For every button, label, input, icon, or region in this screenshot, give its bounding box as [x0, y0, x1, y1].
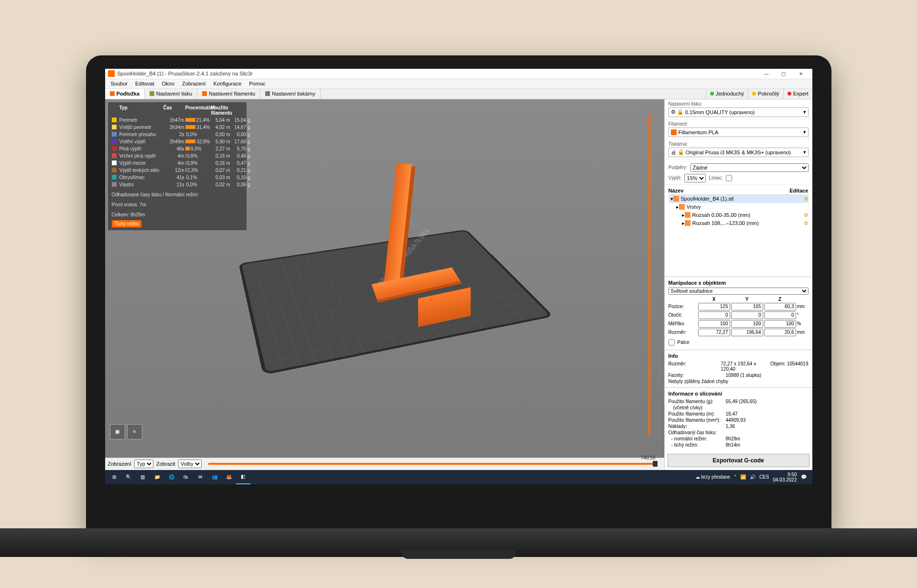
menu-view[interactable]: Zobrazení: [178, 81, 210, 86]
tab-3[interactable]: Nastavení tiskárny: [260, 89, 320, 99]
tray-volume-icon[interactable]: 🔊: [750, 474, 755, 480]
layer-bottom-label: 0: [648, 438, 650, 442]
tree-row-3[interactable]: ▸ Rozsah 108,...–123,00 (mm)⚙: [669, 219, 809, 227]
legend-meta1: Odhadované časy tisku / Normální režim:: [112, 191, 243, 198]
infill-select[interactable]: 15%: [684, 174, 706, 182]
info-panel: Info Rozměr:72,27 x 192,64 x 120,40 Obje…: [665, 350, 812, 387]
tab-1[interactable]: Nastavení tisku: [145, 89, 197, 99]
tree-row-2[interactable]: ▸ Rozsah 0,00-35,00 (mm)⚙: [669, 211, 809, 219]
tray-chevron-icon[interactable]: ˄: [734, 474, 736, 480]
inches-checkbox[interactable]: [669, 338, 675, 347]
main-area: Typ Čas Procentuálně Použito filamentu P…: [105, 99, 812, 470]
pos-z-input[interactable]: [764, 303, 796, 310]
legend-row-6[interactable]: Výplň mezer4m0,9%0,16 m0,47 g: [112, 160, 243, 167]
firefox-icon[interactable]: 🦊: [222, 470, 236, 484]
printer-label: Tiskárna:: [669, 141, 809, 147]
print-settings-select[interactable]: ⚙ 🔒 0.15mm QUALITY (upraveno)▾: [669, 107, 809, 117]
store-icon[interactable]: 🛍: [179, 470, 193, 484]
view-layers-button[interactable]: ≡: [127, 424, 142, 439]
size-x-input[interactable]: [698, 329, 730, 336]
menu-file[interactable]: Soubor: [107, 81, 131, 86]
layer-slider-track[interactable]: [648, 114, 650, 436]
rot-y-input[interactable]: [731, 311, 763, 319]
scale-x-input[interactable]: [698, 320, 730, 328]
print-settings-label: Nastavení tisku:: [669, 101, 809, 107]
legend-row-9[interactable]: Vlastní11s0,0%0,02 m0,06 g: [112, 181, 243, 188]
tray-language[interactable]: CES: [759, 474, 769, 480]
size-y-input[interactable]: [731, 329, 763, 336]
tree-row-0[interactable]: ▾ SpoolHolder_B4 (1).stl⚙: [669, 195, 809, 203]
menu-help[interactable]: Pomoc: [245, 81, 269, 86]
window-title: SpoolHolder_B4 (1) - PrusaSlicer-2.4.1 z…: [118, 71, 758, 76]
view-iso-button[interactable]: ▣: [110, 424, 125, 439]
minimize-button[interactable]: —: [758, 69, 775, 79]
tray-network-icon[interactable]: 📶: [740, 474, 746, 480]
scale-y-input[interactable]: [731, 320, 763, 328]
filament-label: Filament:: [669, 121, 809, 127]
infill-label: Výplň:: [669, 175, 682, 181]
tab-2[interactable]: Nastavení filamentu: [197, 89, 260, 99]
legend-header-type: Typ: [119, 105, 162, 116]
task-view-button[interactable]: ▥: [136, 470, 150, 484]
legend-row-8[interactable]: Obrys/límec41s0,1%0,03 m0,10 g: [112, 174, 243, 181]
silent-mode-button[interactable]: Tichý režim: [112, 220, 142, 227]
viewport-3d[interactable]: Typ Čas Procentuálně Použito filamentu P…: [105, 99, 664, 458]
legend-row-3[interactable]: Vnitřní výplň2h49m32,8%5,90 m17,68 g: [112, 138, 243, 145]
legend-row-5[interactable]: Vrchní plná výplň4m0,8%0,16 m0,48 g: [112, 152, 243, 160]
filament-select[interactable]: Fillamentum PLA▾: [669, 128, 809, 137]
legend-row-4[interactable]: Plná výplň46s9,3%2,27 m5,76 g: [112, 145, 243, 152]
titlebar: SpoolHolder_B4 (1) - PrusaSlicer-2.4.1 z…: [105, 69, 812, 79]
tree-header-edit: Editace: [789, 188, 808, 193]
pos-x-input[interactable]: [698, 303, 730, 310]
tab-0[interactable]: Podložka: [105, 89, 145, 99]
menu-edit[interactable]: Editovat: [131, 81, 158, 86]
brim-checkbox[interactable]: [726, 174, 732, 182]
pos-y-input[interactable]: [731, 303, 763, 310]
teams-icon[interactable]: 👥: [207, 470, 222, 484]
brim-label: Límec:: [709, 175, 723, 181]
menu-config[interactable]: Konfigurace: [210, 81, 246, 86]
rot-x-input[interactable]: [698, 311, 730, 319]
tray-notifications-icon[interactable]: 💬: [801, 474, 807, 480]
slider-max: 740,56: [641, 455, 656, 460]
show-label: Zobrazit: [156, 461, 175, 467]
prusaslicer-taskbar-icon[interactable]: ◧: [236, 470, 250, 484]
legend-row-2[interactable]: Perimetr přesahu2s0,0%0,00 m0,00 g: [112, 131, 243, 138]
maximize-button[interactable]: ▢: [775, 69, 792, 79]
mail-icon[interactable]: ✉: [193, 470, 207, 484]
legend-row-7[interactable]: Výplň tenkých stěn12m2,3%0,07 m0,21 g: [112, 167, 243, 174]
explorer-icon[interactable]: 📁: [150, 470, 164, 484]
size-z-input[interactable]: [764, 329, 796, 336]
horizontal-slider[interactable]: 740,56: [208, 463, 658, 465]
view-type-label: Zobrazení: [108, 461, 132, 467]
edge-icon[interactable]: 🌐: [164, 470, 179, 484]
mode-1[interactable]: Pokročilý: [748, 89, 783, 99]
mode-2[interactable]: Expert: [783, 89, 812, 99]
coord-system-select[interactable]: Světové souřadnice: [669, 288, 809, 295]
tree-row-1[interactable]: ▸ Vrstvy: [669, 203, 809, 211]
view-mode-corner: ▣ ≡: [110, 424, 142, 439]
layer-slider[interactable]: 120,6 (304) 0: [637, 102, 661, 442]
viewport: Typ Čas Procentuálně Použito filamentu P…: [105, 99, 664, 470]
legend-row-1[interactable]: Vnější perimetr2h34m31,4%4,92 m14,67 g: [112, 124, 243, 131]
scale-z-input[interactable]: [764, 320, 796, 328]
tabbar: PodložkaNastavení tiskuNastavení filamen…: [105, 89, 812, 99]
menu-window[interactable]: Okno: [158, 81, 178, 86]
start-button[interactable]: ⊞: [107, 470, 121, 484]
slider-thumb[interactable]: [653, 461, 658, 467]
menubar: Soubor Editovat Okno Zobrazení Konfigura…: [105, 79, 812, 89]
legend-meta3: Celkem: 8h28m: [112, 211, 243, 218]
supports-select[interactable]: Žádné: [690, 163, 809, 172]
layer-top-label: 120,6 (304): [644, 102, 655, 112]
printer-select[interactable]: 🖨 🔒 Original Prusa i3 MK3S & MK3S+ (upra…: [669, 148, 809, 157]
view-type-select[interactable]: Typ: [134, 460, 153, 468]
export-gcode-button[interactable]: Exportovat G-code: [668, 454, 809, 467]
weather-widget[interactable]: ☁ brzy přestane: [695, 474, 730, 480]
close-button[interactable]: ✕: [792, 69, 809, 79]
tray-clock[interactable]: 9:5004.03.2022: [773, 472, 797, 482]
mode-0[interactable]: Jednoduchý: [706, 89, 748, 99]
show-select[interactable]: Volby: [178, 460, 202, 468]
legend-row-0[interactable]: Perimetr1h47m21,4%5,04 m15,04 g: [112, 117, 243, 124]
search-button[interactable]: 🔍: [121, 470, 136, 484]
rot-z-input[interactable]: [764, 311, 796, 319]
